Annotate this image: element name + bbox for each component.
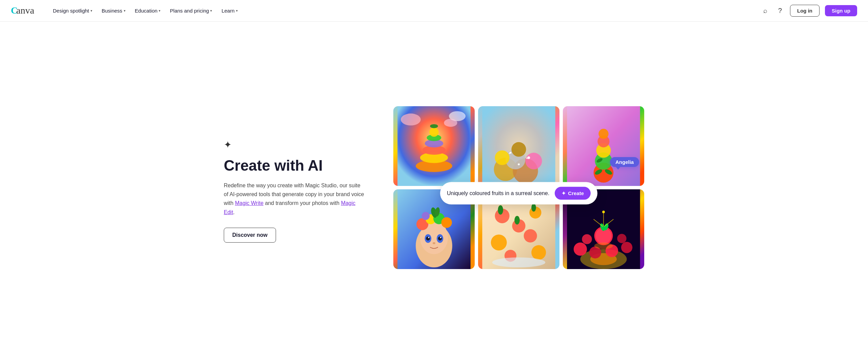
fruit-image-2: ✦ ✦ — [478, 106, 559, 186]
svg-point-65 — [590, 253, 617, 265]
nav-item-education[interactable]: Education ▾ — [131, 5, 165, 16]
svg-point-5 — [422, 145, 446, 154]
svg-point-42 — [440, 237, 441, 238]
svg-point-12 — [444, 119, 457, 127]
svg-point-32 — [604, 168, 613, 175]
svg-point-57 — [531, 245, 546, 260]
search-button[interactable]: ⌕ — [761, 4, 770, 17]
login-button[interactable]: Log in — [790, 5, 820, 17]
svg-point-17 — [526, 153, 542, 169]
svg-point-19 — [511, 142, 526, 156]
nav-label: Learn — [221, 8, 234, 14]
svg-point-70 — [582, 234, 592, 244]
navigation: C anva Design spotlight ▾ Business ▾ Edu… — [0, 0, 868, 22]
nav-item-learn[interactable]: Learn ▾ — [217, 5, 241, 16]
fruit-image-1 — [393, 106, 475, 186]
svg-point-22 — [518, 163, 520, 165]
help-button[interactable]: ? — [775, 4, 785, 17]
svg-line-78 — [594, 219, 603, 227]
ai-prompt-overlay: Uniquely coloured fruits in a surreal sc… — [440, 182, 597, 204]
svg-point-60 — [531, 204, 536, 212]
svg-point-54 — [512, 219, 525, 232]
svg-point-6 — [425, 139, 443, 147]
svg-point-64 — [580, 249, 627, 269]
canva-logo[interactable]: C anva — [11, 5, 38, 17]
svg-point-36 — [420, 221, 448, 254]
svg-point-52 — [495, 208, 510, 223]
nav-item-business[interactable]: Business ▾ — [98, 5, 130, 16]
svg-point-43 — [433, 242, 435, 244]
nav-links: Design spotlight ▾ Business ▾ Education … — [49, 5, 761, 16]
angelia-badge: Angelia — [610, 157, 639, 167]
svg-point-26 — [594, 163, 614, 183]
svg-point-18 — [495, 150, 510, 165]
svg-point-30 — [598, 129, 608, 138]
chevron-down-icon: ▾ — [236, 9, 238, 13]
ai-create-button[interactable]: ✦ Create — [555, 187, 591, 200]
svg-point-40 — [438, 236, 442, 241]
svg-point-29 — [597, 135, 609, 147]
nav-label: Design spotlight — [53, 8, 89, 14]
svg-text:✦: ✦ — [508, 152, 511, 155]
svg-point-4 — [420, 152, 448, 163]
svg-point-35 — [416, 224, 452, 267]
hero-title: Create with AI — [224, 157, 366, 174]
svg-point-3 — [416, 160, 452, 172]
svg-point-72 — [594, 226, 613, 245]
nav-label: Plans and pricing — [170, 8, 209, 14]
svg-point-80 — [602, 210, 605, 213]
svg-point-61 — [514, 216, 520, 224]
chevron-down-icon: ▾ — [210, 9, 212, 13]
svg-point-62 — [492, 257, 546, 267]
svg-point-41 — [428, 237, 429, 238]
discover-now-button[interactable]: Discover now — [224, 228, 276, 243]
svg-text:anva: anva — [16, 5, 34, 16]
svg-point-27 — [595, 152, 612, 170]
svg-point-48 — [422, 212, 430, 220]
svg-point-45 — [426, 214, 436, 224]
svg-point-69 — [621, 242, 632, 253]
svg-point-16 — [506, 149, 526, 169]
hero-description: Redefine the way you create with Magic S… — [224, 181, 366, 217]
svg-point-75 — [599, 223, 606, 231]
magic-write-link[interactable]: Magic Write — [235, 200, 263, 206]
nav-item-design-spotlight[interactable]: Design spotlight ▾ — [49, 5, 96, 16]
svg-point-50 — [434, 207, 440, 216]
ai-prompt-text: Uniquely coloured fruits in a surreal sc… — [447, 190, 549, 196]
svg-point-55 — [491, 234, 507, 250]
chevron-down-icon: ▾ — [91, 9, 92, 13]
svg-point-15 — [513, 158, 538, 183]
hero-desc-part2: and transform your photos with — [263, 200, 341, 206]
svg-text:✦: ✦ — [526, 156, 528, 160]
sparkle-icon: ✦ — [561, 190, 566, 196]
signup-button[interactable]: Sign up — [825, 5, 857, 16]
svg-point-59 — [498, 205, 503, 214]
svg-point-44 — [416, 218, 428, 230]
svg-point-39 — [426, 236, 430, 241]
svg-point-49 — [430, 207, 438, 218]
svg-point-8 — [429, 127, 438, 136]
svg-point-46 — [433, 213, 445, 224]
sparkle-icon: ✦ — [224, 139, 366, 150]
svg-point-58 — [505, 250, 516, 262]
svg-point-31 — [594, 168, 603, 175]
svg-point-47 — [441, 217, 452, 228]
svg-point-20 — [510, 152, 512, 154]
hero-desc-part3: . — [233, 209, 235, 215]
svg-point-67 — [589, 246, 601, 258]
nav-right-actions: ⌕ ? Log in Sign up — [761, 4, 857, 17]
svg-point-73 — [596, 228, 612, 244]
svg-point-68 — [606, 244, 618, 257]
svg-point-14 — [494, 157, 517, 181]
hero-right-visuals: Angelia — [393, 106, 644, 276]
nav-item-plans[interactable]: Plans and pricing ▾ — [166, 5, 216, 16]
chevron-down-icon: ▾ — [159, 9, 160, 13]
svg-point-56 — [524, 229, 537, 242]
svg-rect-2 — [397, 106, 470, 186]
svg-point-37 — [425, 234, 432, 243]
svg-point-71 — [617, 234, 626, 243]
fruit-image-3 — [563, 106, 644, 186]
help-icon: ? — [778, 7, 782, 14]
svg-point-76 — [603, 223, 609, 231]
svg-point-53 — [529, 206, 541, 218]
